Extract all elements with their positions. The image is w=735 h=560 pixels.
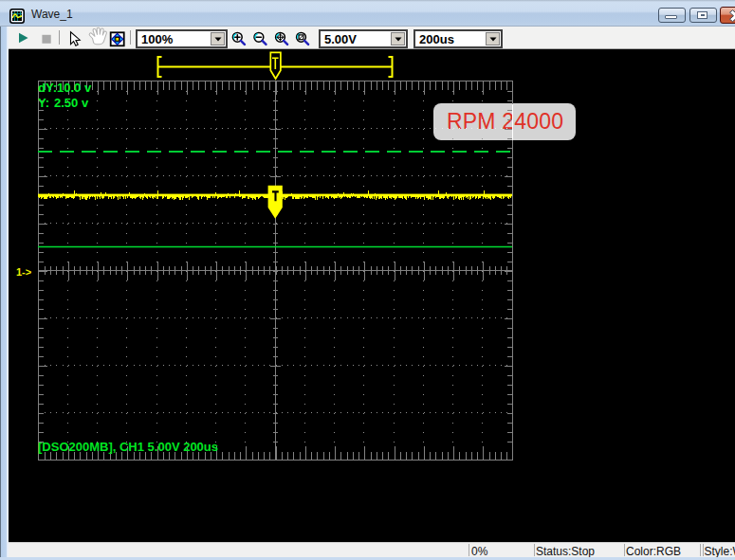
svg-text:dY:10.0 v: dY:10.0 v [38,81,92,95]
svg-text:Y:: Y: [38,96,49,110]
svg-text:1->: 1-> [16,266,31,278]
svg-text:[DSO200MB], CH1 5.00V 200us: [DSO200MB], CH1 5.00V 200us [38,440,218,454]
svg-text:2.50 v: 2.50 v [54,96,89,110]
